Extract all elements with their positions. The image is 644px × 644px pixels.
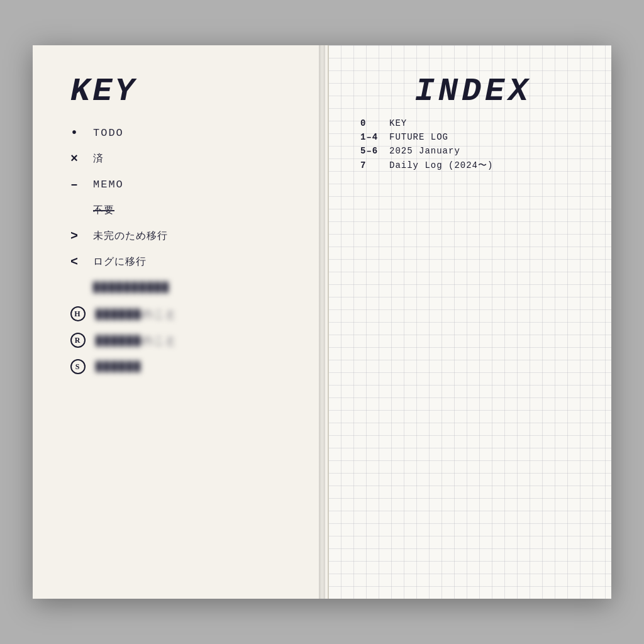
index-entry-5-6: 5–6 2025 January <box>360 146 586 156</box>
symbol-dash: – <box>70 177 83 192</box>
index-label-1-4: FUTURE LOG <box>389 132 448 142</box>
symbol-circle-s: S <box>70 359 86 374</box>
key-text-memo: MEMO <box>93 179 124 191</box>
key-item-s: S ██████ <box>70 359 296 374</box>
index-label-7: Daily Log (2024〜) <box>389 160 493 171</box>
notebook: KEY • TODO × 済 – MEMO 不要 <box>33 45 611 599</box>
index-pages-5-6: 5–6 <box>360 146 383 156</box>
symbol-lt: < <box>70 255 83 269</box>
index-entry-1-4: 1–4 FUTURE LOG <box>360 132 586 142</box>
key-item-blurred: ██████████ <box>70 280 296 295</box>
index-pages-1-4: 1–4 <box>360 132 383 142</box>
index-pages-7: 7 <box>360 160 383 170</box>
symbol-circle-r: R <box>70 333 86 348</box>
symbol-circle-h: H <box>70 306 86 321</box>
index-title: INDEX <box>360 75 586 108</box>
key-items: • TODO × 済 – MEMO 不要 > 未完のため移行 <box>70 126 296 374</box>
page-left: KEY • TODO × 済 – MEMO 不要 <box>33 45 329 599</box>
key-item-migrate-incomplete: > 未完のため移行 <box>70 229 296 243</box>
index-label-5-6: 2025 January <box>389 146 460 156</box>
page-right: INDEX 0 KEY 1–4 FUTURE LOG 5–6 2025 Janu… <box>329 45 611 599</box>
key-text-todo: TODO <box>93 127 124 139</box>
key-text-h: ██████のこと <box>96 307 177 321</box>
symbol-bullet: • <box>70 126 83 140</box>
key-text-done: 済 <box>93 152 104 165</box>
symbol-x: × <box>70 152 83 166</box>
key-text-r: ██████のこと <box>96 333 177 348</box>
key-text-migrate-log: ログに移行 <box>93 255 147 269</box>
index-entries: 0 KEY 1–4 FUTURE LOG 5–6 2025 January 7 … <box>360 118 586 171</box>
key-title: KEY <box>70 75 296 108</box>
index-entry-7: 7 Daily Log (2024〜) <box>360 160 586 171</box>
index-pages-0: 0 <box>360 118 383 128</box>
key-item-unnecessary: 不要 <box>70 203 296 218</box>
index-label-0: KEY <box>389 118 407 128</box>
key-item-memo: – MEMO <box>70 177 296 192</box>
key-item-done: × 済 <box>70 152 296 166</box>
key-item-migrate-log: < ログに移行 <box>70 255 296 269</box>
symbol-gt: > <box>70 229 83 243</box>
key-text-blurred: ██████████ <box>93 282 170 294</box>
symbol-blurred <box>70 280 83 295</box>
key-text-unnecessary: 不要 <box>93 204 114 217</box>
key-item-r: R ██████のこと <box>70 333 296 348</box>
key-text-migrate-incomplete: 未完のため移行 <box>93 230 168 243</box>
symbol-empty-unnecessary <box>70 203 83 218</box>
key-text-s: ██████ <box>96 361 142 373</box>
key-item-todo: • TODO <box>70 126 296 140</box>
key-item-h: H ██████のこと <box>70 306 296 321</box>
index-entry-0: 0 KEY <box>360 118 586 128</box>
